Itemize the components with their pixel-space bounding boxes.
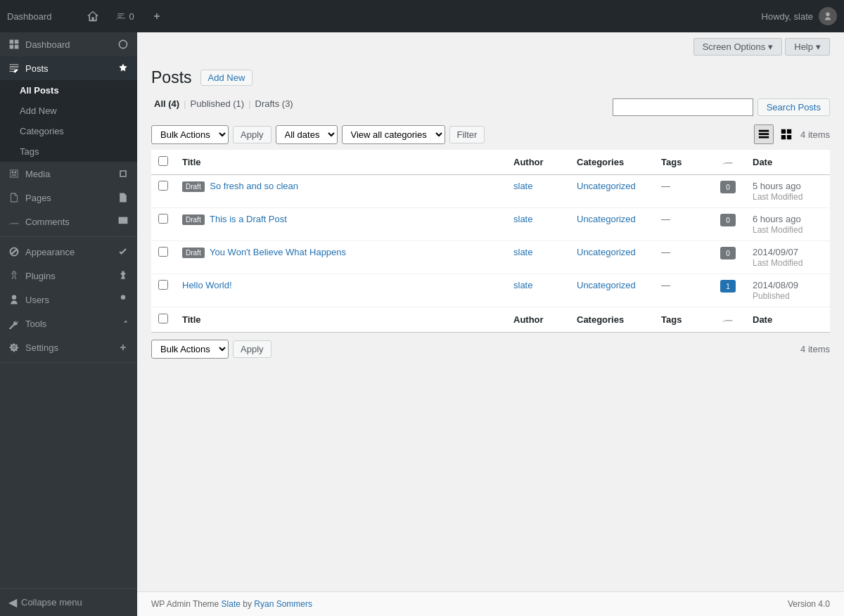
row-author-cell: slate: [506, 175, 570, 208]
sidebar-item-add-new[interactable]: Add New: [0, 101, 137, 121]
filter-tab-all[interactable]: All (4): [151, 97, 182, 110]
sidebar: Dashboard Posts All Posts Add New Catego…: [0, 32, 137, 616]
row-checkbox-cell: [151, 175, 175, 208]
col-footer-categories[interactable]: Categories: [570, 307, 654, 333]
comments-nav[interactable]: 0: [108, 6, 141, 26]
comments-count: 0: [129, 11, 134, 22]
col-header-categories[interactable]: Categories: [570, 150, 654, 175]
howdy-section: Howdy, slate: [762, 7, 837, 25]
sidebar-divider-2: [0, 362, 137, 363]
sidebar-item-media[interactable]: Media: [0, 162, 137, 186]
row-author-cell: slate: [506, 241, 570, 274]
comment-count-badge[interactable]: 1: [720, 280, 736, 293]
row-checkbox[interactable]: [158, 280, 168, 290]
sidebar-users-label: Users: [25, 295, 49, 305]
help-button[interactable]: Help ▾: [785, 38, 830, 56]
footer-author-link[interactable]: Ryan Sommers: [254, 599, 312, 609]
date-line2: Last Modified: [753, 192, 803, 202]
post-title-link[interactable]: Hello World!: [182, 280, 232, 290]
tags-value: —: [661, 181, 670, 191]
sidebar-item-appearance[interactable]: Appearance: [0, 240, 137, 264]
sidebar-item-all-posts[interactable]: All Posts: [0, 80, 137, 101]
screen-options-button[interactable]: Screen Options ▾: [693, 38, 783, 56]
category-link[interactable]: Uncategorized: [577, 181, 636, 191]
dates-select[interactable]: All dates: [276, 125, 338, 144]
sidebar-media-label: Media: [25, 169, 50, 179]
row-tags-cell: —: [654, 208, 710, 241]
author-link[interactable]: slate: [513, 280, 532, 290]
screen-options-label: Screen Options: [703, 41, 766, 52]
home-nav[interactable]: [80, 6, 106, 26]
posts-table: Title Author Categories Tags Date Draft: [151, 150, 830, 333]
avatar: [819, 7, 837, 25]
category-link[interactable]: Uncategorized: [577, 214, 636, 224]
select-all-checkbox[interactable]: [158, 156, 168, 166]
draft-badge: Draft: [182, 214, 205, 225]
filter-button[interactable]: Filter: [449, 126, 485, 143]
collapse-arrow-icon: ◀: [8, 596, 17, 609]
select-all-checkbox-footer[interactable]: [158, 314, 168, 323]
footer-theme-link[interactable]: Slate: [222, 599, 241, 609]
bulk-actions-select-top[interactable]: Bulk Actions: [151, 125, 229, 144]
settings-sub-icon: [117, 342, 129, 353]
sidebar-item-dashboard[interactable]: Dashboard: [0, 32, 137, 56]
add-new-nav[interactable]: [144, 6, 170, 26]
categories-select[interactable]: View all categories: [342, 125, 445, 144]
sidebar-item-comments[interactable]: Comments: [0, 210, 137, 233]
row-checkbox-cell: [151, 208, 175, 241]
comment-count-badge: 0: [720, 181, 736, 193]
post-title-link[interactable]: This is a Draft Post: [210, 214, 287, 224]
add-new-button[interactable]: Add New: [200, 70, 253, 86]
wp-logo-nav[interactable]: [63, 12, 77, 20]
sidebar-item-posts[interactable]: Posts: [0, 56, 137, 80]
post-title-link[interactable]: So fresh and so clean: [210, 181, 298, 191]
category-link[interactable]: Uncategorized: [577, 247, 636, 257]
row-tags-cell: —: [654, 241, 710, 274]
sidebar-item-categories[interactable]: Categories: [0, 121, 137, 141]
pages-icon: [8, 192, 20, 203]
row-comments-cell: 0: [710, 208, 746, 241]
footer-bar: WP Admin Theme Slate by Ryan Sommers Ver…: [137, 591, 844, 616]
date-line1: 2014/08/09: [753, 280, 798, 290]
author-link[interactable]: slate: [513, 247, 532, 257]
sidebar-item-users[interactable]: Users: [0, 288, 137, 312]
col-header-tags[interactable]: Tags: [654, 150, 710, 175]
sidebar-item-settings[interactable]: Settings: [0, 335, 137, 359]
col-header-author[interactable]: Author: [506, 150, 570, 175]
row-checkbox[interactable]: [158, 181, 168, 191]
row-checkbox[interactable]: [158, 247, 168, 257]
post-title-link[interactable]: You Won't Believe What Happens: [210, 247, 346, 257]
sidebar-item-plugins[interactable]: Plugins: [0, 264, 137, 288]
collapse-menu-button[interactable]: ◀ Collapse menu: [0, 588, 137, 616]
sidebar-item-tags[interactable]: Tags: [0, 141, 137, 162]
bottom-toolbar: Bulk Actions Apply 4 items: [151, 340, 830, 359]
search-input[interactable]: [613, 98, 753, 116]
page-header: Posts Add New: [151, 68, 830, 87]
bulk-actions-select-bottom[interactable]: Bulk Actions: [151, 340, 229, 359]
col-footer-author[interactable]: Author: [506, 307, 570, 333]
filter-tab-drafts[interactable]: Drafts (3): [252, 97, 296, 110]
filter-tab-published[interactable]: Published (1): [188, 97, 248, 110]
table-row: Hello World! slate Uncategorized — 1 201…: [151, 274, 830, 307]
apply-button-bottom[interactable]: Apply: [233, 340, 271, 358]
search-posts-button[interactable]: Search Posts: [757, 98, 830, 116]
col-header-date[interactable]: Date: [746, 150, 830, 175]
grid-view-icon[interactable]: [776, 124, 796, 144]
sidebar-item-tools[interactable]: Tools: [0, 312, 137, 335]
apply-button-top[interactable]: Apply: [233, 126, 271, 143]
col-footer-date[interactable]: Date: [746, 307, 830, 333]
date-line2: Published: [753, 291, 790, 301]
col-footer-tags[interactable]: Tags: [654, 307, 710, 333]
top-toolbar: Bulk Actions Apply All dates View all ca…: [151, 124, 830, 144]
tags-value: —: [661, 247, 670, 257]
author-link[interactable]: slate: [513, 181, 532, 191]
comments-icon: [8, 216, 20, 227]
list-view-icon[interactable]: [754, 124, 774, 144]
table-row: Draft So fresh and so clean slate Uncate…: [151, 175, 830, 208]
sidebar-item-pages[interactable]: Pages: [0, 186, 137, 210]
col-header-title[interactable]: Title: [175, 150, 506, 175]
col-footer-title[interactable]: Title: [175, 307, 506, 333]
category-link[interactable]: Uncategorized: [577, 280, 636, 290]
row-checkbox[interactable]: [158, 214, 168, 224]
author-link[interactable]: slate: [513, 214, 532, 224]
